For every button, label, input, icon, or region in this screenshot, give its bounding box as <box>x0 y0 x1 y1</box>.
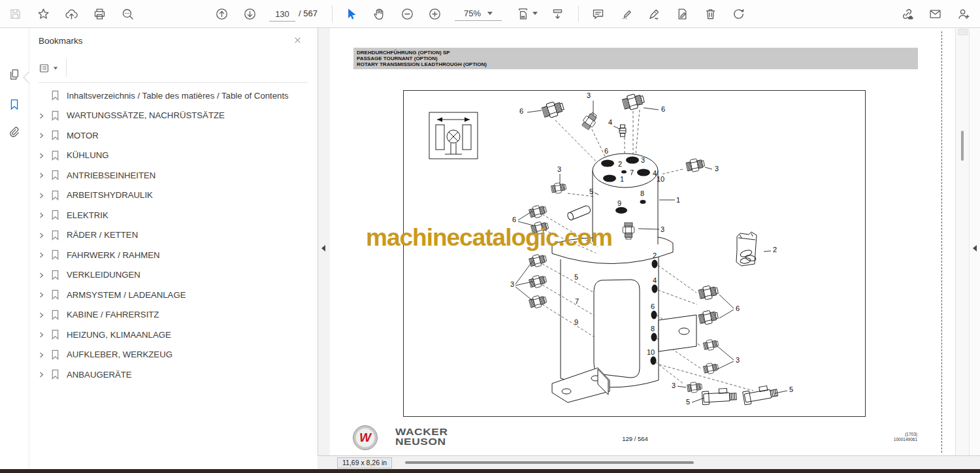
bookmark-item-label[interactable]: FAHRWERK / RAHMEN <box>67 250 160 260</box>
chevron-right-icon[interactable] <box>37 91 50 100</box>
bookmark-item[interactable]: RÄDER / KETTEN <box>29 225 318 246</box>
bookmark-item-label[interactable]: ANTRIEBSEINHEITEN <box>67 171 155 180</box>
print-button[interactable] <box>90 5 108 23</box>
scroll-mode-button[interactable] <box>548 5 566 23</box>
diagram-callout: 3 <box>715 165 719 172</box>
next-page-button[interactable] <box>240 5 259 23</box>
right-panel-strip[interactable] <box>969 27 980 455</box>
chevron-right-icon[interactable] <box>37 370 50 379</box>
bookmark-item-label[interactable]: ELEKTRIK <box>67 210 108 220</box>
zoom-in-button[interactable] <box>425 5 444 23</box>
bookmark-item[interactable]: HEIZUNG, KLIMAANLAGE <box>29 325 318 345</box>
bookmark-flag-icon <box>50 150 61 161</box>
highlighter-icon <box>619 7 633 21</box>
document-page-number: 129 / 564 <box>609 435 661 442</box>
chevron-right-icon[interactable] <box>37 310 50 319</box>
bookmark-item-label[interactable]: ARBEITSHYDRAULIK <box>67 190 153 200</box>
bookmark-item[interactable]: ARBEITSHYDRAULIK <box>29 186 318 206</box>
bookmark-flag-icon <box>50 369 61 380</box>
email-button[interactable] <box>926 5 944 23</box>
vertical-scrollbar-thumb[interactable] <box>961 131 964 161</box>
chevron-right-icon[interactable] <box>37 290 50 299</box>
bookmark-item-label[interactable]: Inhaltsverzeichnis / Table des matières … <box>67 91 289 101</box>
diagram-callout: 2 <box>618 160 622 168</box>
previous-page-button[interactable] <box>212 5 231 23</box>
pdf-viewer-window: / 567 75% Bookmarks Inhal <box>0 0 980 473</box>
bookmark-item-label[interactable]: VERKLEIDUNGEN <box>67 270 140 280</box>
rotate-button[interactable] <box>729 5 747 23</box>
chevron-right-icon[interactable] <box>37 250 50 259</box>
bookmark-item[interactable]: ANTRIEBSEINHEITEN <box>29 165 318 186</box>
diagram-callout: 9 <box>574 318 578 326</box>
bookmark-item[interactable]: AUFKLEBER, WERKZEUG <box>29 345 318 365</box>
bookmark-item[interactable]: KABINE / FAHRERSITZ <box>29 305 318 325</box>
chevron-right-icon[interactable] <box>37 151 50 160</box>
share-people-button[interactable] <box>954 5 972 23</box>
save-button[interactable] <box>6 5 24 23</box>
search-button[interactable] <box>118 5 137 23</box>
save-icon <box>8 7 22 21</box>
chevron-right-icon[interactable] <box>37 111 50 120</box>
bookmark-item-label[interactable]: ARMSYSTEM / LADEANLAGE <box>67 290 186 300</box>
chevron-right-icon[interactable] <box>37 171 50 180</box>
fill-sign-button[interactable] <box>673 5 691 23</box>
bookmark-options-button[interactable] <box>38 60 60 76</box>
window-bottom-edge <box>0 469 980 473</box>
bookmark-item[interactable]: ARMSYSTEM / LADEANLAGE <box>29 285 318 305</box>
collapse-panel-strip[interactable] <box>318 27 330 455</box>
bookmark-item-label[interactable]: KABINE / FAHRERSITZ <box>67 310 159 319</box>
chevron-right-icon[interactable] <box>37 350 50 359</box>
zoom-level-dropdown[interactable]: 75% <box>455 6 502 21</box>
comment-button[interactable] <box>589 5 607 23</box>
bookmark-item-label[interactable]: WARTUNGSSÄTZE, NACHRÜSTSÄTZE <box>67 110 225 120</box>
highlight-button[interactable] <box>617 5 635 23</box>
horizontal-scrollbar-thumb[interactable] <box>405 461 694 464</box>
scroll-mode-icon <box>551 7 564 21</box>
close-panel-button[interactable] <box>293 35 304 47</box>
share-link-button[interactable] <box>898 5 916 23</box>
page-number-input[interactable] <box>269 7 295 22</box>
bookmark-item-label[interactable]: HEIZUNG, KLIMAANLAGE <box>67 330 171 340</box>
hand-tool-button[interactable] <box>370 5 388 23</box>
diagram-callout: 6 <box>519 107 523 115</box>
bookmarks-panel-button[interactable] <box>8 98 21 111</box>
diagram-callout: 10 <box>647 348 655 356</box>
fit-page-button[interactable] <box>514 5 532 23</box>
zoom-out-button[interactable] <box>398 5 416 23</box>
bookmark-item[interactable]: VERKLEIDUNGEN <box>29 265 318 285</box>
bookmark-item[interactable]: Inhaltsverzeichnis / Table des matières … <box>29 86 318 106</box>
page-thumbnails-button[interactable] <box>8 68 21 81</box>
vertical-scrollbar[interactable] <box>955 27 970 455</box>
bookmark-item[interactable]: KÜHLUNG <box>29 146 318 166</box>
diagram-callout: 3 <box>736 356 740 364</box>
logo-letter: W <box>359 431 371 445</box>
select-tool-button[interactable] <box>342 5 360 23</box>
chevron-right-icon[interactable] <box>37 330 50 339</box>
chevron-right-icon[interactable] <box>37 191 50 200</box>
upload-cloud-button[interactable] <box>62 5 80 23</box>
bookmark-item[interactable]: MOTOR <box>29 125 318 146</box>
bookmark-item[interactable]: FAHRWERK / RAHMEN <box>29 245 318 265</box>
collapse-left-arrow-icon[interactable] <box>321 245 325 252</box>
attachments-button[interactable] <box>8 126 21 139</box>
bookmark-item-label[interactable]: ANBAUGERÄTE <box>67 370 132 380</box>
signature-button[interactable] <box>645 5 663 23</box>
delete-button[interactable] <box>701 5 719 23</box>
diagram-callout: 9 <box>617 199 621 207</box>
page-up-icon <box>215 7 229 21</box>
bookmark-item[interactable]: ELEKTRIK <box>29 205 318 225</box>
bookmark-item[interactable]: WARTUNGSSÄTZE, NACHRÜSTSÄTZE <box>29 106 318 126</box>
chevron-right-icon[interactable] <box>37 270 50 280</box>
bookmark-item-label[interactable]: MOTOR <box>67 131 99 140</box>
chevron-right-icon[interactable] <box>37 210 50 220</box>
chevron-right-icon[interactable] <box>37 131 50 140</box>
parts-diagram: 636462374110313598363579246810633552 <box>403 90 866 417</box>
bookmark-item-label[interactable]: KÜHLUNG <box>67 150 108 160</box>
chevron-right-icon[interactable] <box>37 231 50 240</box>
bookmark-item[interactable]: ANBAUGERÄTE <box>29 365 318 385</box>
bookmark-item-label[interactable]: AUFKLEBER, WERKZEUG <box>67 350 172 359</box>
scrollbar-top-button[interactable] <box>958 29 968 35</box>
bookmark-item-label[interactable]: RÄDER / KETTEN <box>67 230 138 240</box>
collapse-right-arrow-icon[interactable] <box>973 245 977 252</box>
star-button[interactable] <box>34 5 52 23</box>
